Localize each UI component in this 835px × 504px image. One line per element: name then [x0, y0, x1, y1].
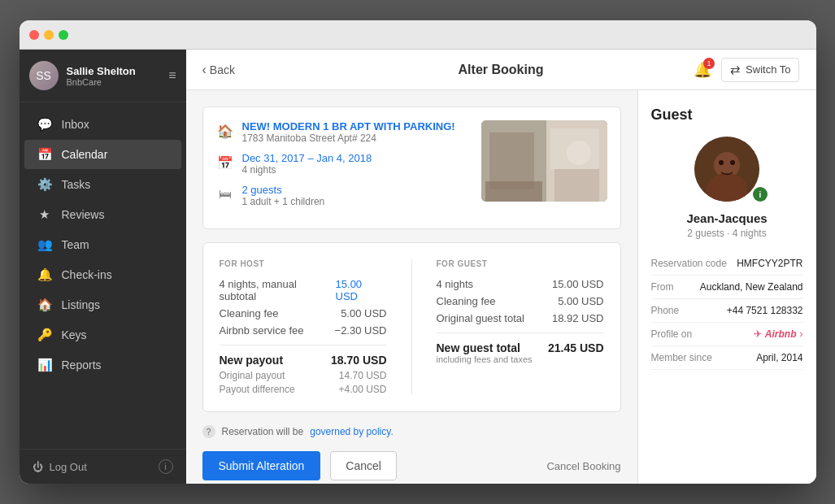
policy-link[interactable]: governed by policy.	[310, 426, 394, 437]
switch-label: Switch To	[746, 63, 790, 76]
minimize-button[interactable]	[44, 30, 54, 40]
sidebar-item-calendar[interactable]: 📅 Calendar	[24, 140, 181, 169]
date-detail: 📅 Dec 31, 2017 – Jan 4, 2018 4 nights	[216, 152, 468, 176]
guest-row-2-label: Cleaning fee	[437, 295, 496, 307]
host-original-payout-label: Original payout	[220, 370, 285, 381]
svg-rect-6	[554, 169, 599, 202]
host-payout-diff-amount: +4.00 USD	[338, 384, 386, 395]
airbnb-profile-link[interactable]: ✈ Airbnb ›	[754, 328, 803, 340]
guest-row-3-label: Original guest total	[437, 312, 524, 324]
property-detail: 🏠 NEW! MODERN 1 BR APT WITH PARKING! 178…	[216, 120, 468, 144]
guest-avatar-wrap: i	[651, 137, 803, 202]
svg-point-11	[719, 160, 724, 165]
host-row-3-amount: −2.30 USD	[335, 324, 387, 337]
sidebar-item-label: Tasks	[62, 178, 91, 191]
host-row-2: Cleaning fee 5.00 USD	[220, 307, 387, 319]
sidebar-item-inbox[interactable]: 💬 Inbox	[24, 110, 181, 139]
close-button[interactable]	[29, 30, 39, 40]
sidebar-item-label: Listings	[62, 298, 100, 311]
tasks-icon: ⚙️	[37, 177, 52, 192]
back-button[interactable]: ‹ Back	[202, 63, 235, 77]
submit-alteration-button[interactable]: Submit Alteration	[202, 451, 321, 480]
username: Sallie Shelton	[67, 65, 161, 77]
host-row-3-label: Airbnb service fee	[220, 324, 304, 337]
host-row-1-amount: 15.00 USD	[336, 278, 387, 302]
sidebar-item-label: Reviews	[62, 208, 105, 221]
booking-card: 🏠 NEW! MODERN 1 BR APT WITH PARKING! 178…	[202, 106, 621, 229]
sidebar-item-reports[interactable]: 📊 Reports	[24, 350, 181, 380]
property-image	[481, 120, 607, 202]
logout-button[interactable]: ⏻ Log Out	[33, 461, 87, 473]
svg-point-7	[567, 141, 591, 165]
host-new-payout-amount: 18.70 USD	[331, 354, 386, 367]
booking-info: 🏠 NEW! MODERN 1 BR APT WITH PARKING! 178…	[216, 120, 468, 215]
listings-icon: 🏠	[37, 298, 52, 312]
from-key: From	[651, 281, 674, 293]
host-row-3: Airbnb service fee −2.30 USD	[220, 324, 387, 337]
host-original-payout-amount: 14.70 USD	[339, 370, 387, 381]
host-row-1: 4 nights, manual subtotal 15.00 USD	[220, 278, 387, 302]
menu-icon[interactable]: ≡	[168, 68, 176, 83]
profile-key: Profile on	[651, 328, 693, 340]
logout-label: Log Out	[50, 461, 87, 473]
host-label: FOR HOST	[220, 259, 387, 268]
sidebar-item-keys[interactable]: 🔑 Keys	[24, 320, 181, 350]
reviews-icon: ★	[37, 207, 52, 222]
checkins-icon: 🔔	[37, 267, 52, 282]
svg-point-12	[730, 160, 735, 165]
titlebar	[20, 20, 816, 50]
host-pricing: FOR HOST 4 nights, manual subtotal 15.00…	[220, 259, 412, 395]
power-icon: ⏻	[33, 461, 43, 473]
pricing-section: FOR HOST 4 nights, manual subtotal 15.00…	[202, 242, 621, 412]
guest-info-from: From Auckland, New Zealand	[651, 276, 803, 299]
notification-button[interactable]: 🔔 1	[694, 61, 711, 79]
sidebar-item-label: Team	[62, 238, 89, 251]
property-name: NEW! MODERN 1 BR APT WITH PARKING!	[242, 120, 455, 133]
switch-button[interactable]: ⇄ Switch To	[721, 58, 799, 82]
sidebar-item-reviews[interactable]: ★ Reviews	[24, 200, 181, 229]
guest-row-1: 4 nights 15.00 USD	[437, 278, 604, 290]
guest-meta: 2 guests · 4 nights	[651, 228, 803, 239]
policy-text: Reservation will be	[222, 426, 304, 437]
guest-new-total-amount: 21.45 USD	[548, 341, 603, 364]
maximize-button[interactable]	[59, 30, 68, 40]
member-value: April, 2014	[756, 352, 802, 363]
cancel-button[interactable]: Cancel	[330, 451, 397, 480]
guest-info-profile: Profile on ✈ Airbnb ›	[651, 323, 803, 346]
host-payout-diff-label: Payout difference	[220, 384, 295, 395]
back-chevron-icon: ‹	[202, 63, 207, 77]
guest-new-total-row: New guest total including fees and taxes…	[437, 341, 604, 364]
guest-panel: Guest	[637, 90, 816, 484]
host-row-2-label: Cleaning fee	[220, 307, 279, 319]
host-row-2-amount: 5.00 USD	[341, 307, 386, 319]
cancel-booking-link[interactable]: Cancel Booking	[546, 460, 620, 472]
page-title: Alter Booking	[459, 63, 544, 77]
host-original-payout-row: Original payout 14.70 USD	[220, 370, 387, 381]
sidebar-item-team[interactable]: 👥 Team	[24, 230, 181, 259]
guest-new-total-sub: including fees and taxes	[437, 354, 533, 364]
reservation-value: HMFCYY2PTR	[737, 258, 802, 269]
airbnb-logo-icon: ✈	[754, 328, 762, 340]
sidebar-item-listings[interactable]: 🏠 Listings	[24, 290, 181, 319]
topbar-right: 🔔 1 ⇄ Switch To	[694, 58, 799, 82]
calendar-detail-icon: 📅	[216, 154, 234, 172]
svg-rect-3	[489, 133, 534, 189]
sidebar-item-checkins[interactable]: 🔔 Check-ins	[24, 260, 181, 289]
guest-info-reservation: Reservation code HMFCYY2PTR	[651, 252, 803, 276]
guest-name: Jean-Jacques	[651, 211, 803, 225]
inbox-icon: 💬	[37, 117, 52, 132]
bed-icon: 🛏	[216, 185, 234, 203]
svg-rect-5	[485, 181, 542, 202]
policy-question-icon: ?	[202, 425, 215, 438]
guests-detail: 🛏 2 guests 1 adult + 1 children	[216, 184, 468, 207]
content-area: 🏠 NEW! MODERN 1 BR APT WITH PARKING! 178…	[186, 90, 816, 484]
sidebar-nav: 💬 Inbox 📅 Calendar ⚙️ Tasks ★ Reviews 👥	[20, 102, 186, 449]
action-row: Submit Alteration Cancel Cancel Booking	[202, 451, 621, 480]
avatar: SS	[29, 61, 59, 90]
phone-value: +44 7521 128332	[727, 305, 803, 316]
policy-note: ? Reservation will be governed by policy…	[202, 425, 621, 438]
guest-row-1-label: 4 nights	[437, 278, 474, 290]
back-label: Back	[210, 63, 235, 76]
sidebar-item-tasks[interactable]: ⚙️ Tasks	[24, 170, 181, 199]
info-icon[interactable]: i	[159, 459, 173, 474]
